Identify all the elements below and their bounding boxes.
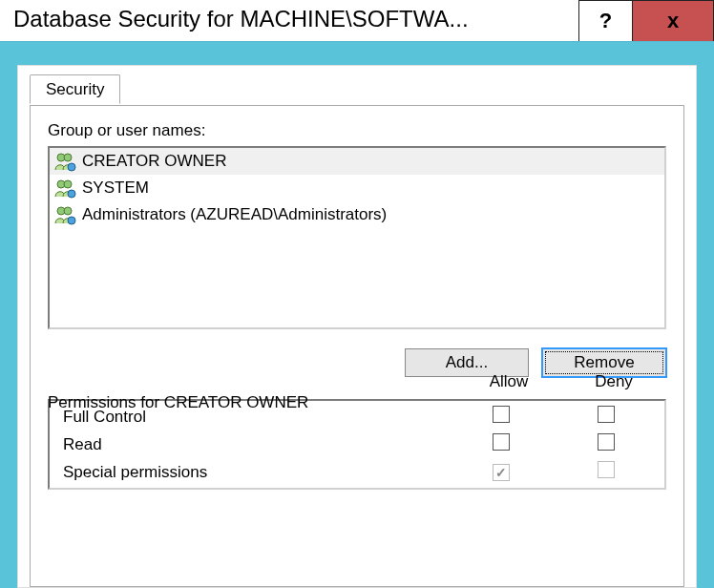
svg-point-7 xyxy=(64,207,72,215)
user-name: SYSTEM xyxy=(82,178,149,198)
svg-point-5 xyxy=(68,190,75,198)
user-list-item[interactable]: CREATOR OWNER xyxy=(50,148,664,175)
group-label: Group or user names: xyxy=(48,121,666,140)
user-list-item[interactable]: Administrators (AZUREAD\Administrators) xyxy=(50,201,664,228)
client-area: Security Group or user names: CREATOR OW… xyxy=(0,42,714,588)
allow-checkbox[interactable] xyxy=(493,406,510,423)
svg-point-1 xyxy=(64,154,72,161)
titlebar: Database Security for MACHINE\SOFTWA... … xyxy=(0,0,714,42)
close-button[interactable]: x xyxy=(632,0,714,41)
permission-row: Special permissions ✓ xyxy=(55,458,659,486)
user-listbox[interactable]: CREATOR OWNER SYSTEM Administrators (AZU… xyxy=(48,146,666,329)
user-name: Administrators (AZUREAD\Administrators) xyxy=(82,205,387,224)
help-icon: ? xyxy=(599,9,612,33)
deny-header: Deny xyxy=(561,372,666,391)
users-icon xyxy=(53,178,78,199)
dialog-body: Security Group or user names: CREATOR OW… xyxy=(17,65,697,588)
allow-header: Allow xyxy=(456,372,561,391)
tab-panel: Group or user names: CREATOR OWNER SYSTE… xyxy=(30,105,684,587)
permissions-header: Allow Deny xyxy=(48,372,666,391)
users-icon xyxy=(53,204,78,225)
deny-checkbox[interactable] xyxy=(598,406,615,423)
user-list-item[interactable]: SYSTEM xyxy=(50,175,664,201)
permission-name: Full Control xyxy=(55,408,449,427)
help-button[interactable]: ? xyxy=(578,0,632,41)
tab-security[interactable]: Security xyxy=(30,74,120,104)
check-icon: ✓ xyxy=(495,466,507,479)
permissions-list: Full Control Read Special permissions ✓ xyxy=(48,399,666,490)
deny-checkbox xyxy=(598,461,615,478)
permission-row: Full Control xyxy=(55,403,659,430)
close-icon: x xyxy=(667,9,679,33)
allow-checkbox[interactable] xyxy=(493,433,510,451)
deny-checkbox[interactable] xyxy=(598,433,615,451)
svg-point-4 xyxy=(64,180,72,188)
permission-name: Special permissions xyxy=(55,463,449,482)
window-frame: Database Security for MACHINE\SOFTWA... … xyxy=(0,0,714,588)
titlebar-buttons: ? x xyxy=(578,0,714,41)
window-title: Database Security for MACHINE\SOFTWA... xyxy=(0,0,578,41)
svg-point-8 xyxy=(68,217,75,224)
allow-checkbox: ✓ xyxy=(493,464,510,481)
permission-name: Read xyxy=(55,435,449,454)
users-icon xyxy=(53,151,78,172)
svg-point-2 xyxy=(68,163,75,171)
permission-row: Read xyxy=(55,430,659,458)
user-name: CREATOR OWNER xyxy=(82,152,226,171)
tab-strip: Security xyxy=(30,74,696,104)
